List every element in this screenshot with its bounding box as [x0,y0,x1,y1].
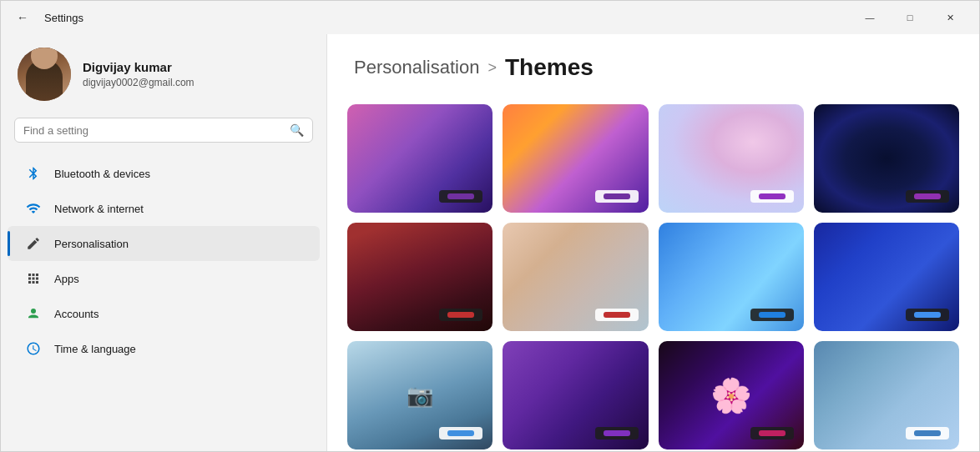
theme-card-t7[interactable] [659,223,804,331]
main-layout: Digvijay kumar digvijay0002@gmail.com 🔍 … [1,34,979,451]
theme-accent-bar [447,312,474,318]
svg-point-0 [31,309,36,314]
themes-grid: 📷🌸 [347,104,959,449]
search-section: 🔍 [1,118,326,156]
breadcrumb-separator: > [487,59,497,77]
sidebar-item-network[interactable]: Network & internet [8,191,320,226]
theme-card-t3[interactable] [659,104,804,213]
search-box[interactable]: 🔍 [14,118,313,143]
sidebar-item-label-network: Network & internet [54,203,144,215]
theme-accent-bar [447,193,474,199]
sidebar-item-bluetooth[interactable]: Bluetooth & devices [8,156,320,191]
theme-accent-bar [914,193,941,199]
avatar [18,48,71,101]
theme-card-t2[interactable] [503,104,648,213]
close-button[interactable]: ✕ [931,4,969,31]
theme-preview-t10 [595,427,639,439]
theme-preview-t6 [595,309,639,321]
sidebar-item-label-apps: Apps [54,273,79,285]
sidebar-item-personalisation[interactable]: Personalisation [8,226,320,261]
theme-preview-t8 [906,309,949,321]
theme-accent-bar [604,430,630,436]
breadcrumb-current: Themes [505,54,594,81]
theme-card-t1[interactable] [347,104,493,213]
nav-list: Bluetooth & devices Network & internet P… [1,156,326,366]
titlebar: ← Settings — □ ✕ [1,1,979,34]
personalisation-icon [24,234,43,253]
minimize-button[interactable]: — [851,4,889,31]
time-icon [24,339,43,358]
breadcrumb: Personalisation > Themes [354,54,952,81]
theme-preview-t2 [595,190,639,203]
theme-card-t6[interactable] [503,223,648,331]
theme-accent-bar [914,312,941,318]
theme-preview-t5 [439,309,482,321]
themes-container: 📷🌸 [327,98,979,451]
maximize-button[interactable]: □ [891,4,929,31]
settings-window: ← Settings — □ ✕ Digvijay kuma [0,0,980,452]
camera-icon: 📷 [407,383,433,409]
sidebar-item-accounts[interactable]: Accounts [8,296,320,331]
network-icon [24,199,43,218]
theme-preview-t3 [750,190,794,203]
theme-accent-bar [604,312,630,318]
sidebar-item-label-bluetooth: Bluetooth & devices [54,168,150,180]
theme-accent-bar [759,193,786,199]
sidebar-item-label-time: Time & language [54,343,136,355]
theme-card-t5[interactable] [347,223,493,331]
theme-card-t9[interactable]: 📷 [347,341,493,449]
user-name: Digvijay kumar [83,60,194,74]
sidebar-item-apps[interactable]: Apps [8,261,320,296]
theme-preview-t9 [439,427,482,439]
theme-card-t11[interactable]: 🌸 [659,341,804,449]
theme-accent-bar [447,430,474,436]
breadcrumb-parent: Personalisation [354,57,479,78]
content-area: Personalisation > Themes 📷🌸 [326,34,979,451]
sidebar-item-time[interactable]: Time & language [8,331,320,366]
theme-card-t4[interactable] [814,104,959,213]
content-header: Personalisation > Themes [327,34,979,98]
back-button[interactable]: ← [11,6,34,29]
theme-preview-t7 [750,309,794,321]
user-profile[interactable]: Digvijay kumar digvijay0002@gmail.com [1,34,326,118]
sidebar: Digvijay kumar digvijay0002@gmail.com 🔍 … [1,34,326,451]
user-info: Digvijay kumar digvijay0002@gmail.com [83,60,194,88]
accounts-icon [24,304,43,323]
theme-card-t12[interactable] [814,341,959,449]
theme-accent-bar [914,430,941,436]
theme-preview-t12 [906,427,949,439]
theme-accent-bar [604,193,630,199]
theme-card-t8[interactable] [814,223,959,331]
window-controls: — □ ✕ [851,4,969,31]
sidebar-item-label-accounts: Accounts [54,308,99,320]
sidebar-item-label-personalisation: Personalisation [54,238,129,250]
theme-accent-bar [759,430,786,436]
theme-preview-t1 [439,190,482,203]
user-email: digvijay0002@gmail.com [83,77,194,88]
search-input[interactable] [23,124,283,137]
search-icon: 🔍 [290,123,304,137]
window-title: Settings [44,12,83,24]
flower-icon: 🌸 [710,376,752,415]
bluetooth-icon [24,164,43,183]
theme-accent-bar [759,312,786,318]
theme-preview-t11 [750,427,794,439]
theme-preview-t4 [906,190,949,203]
theme-card-t10[interactable] [503,341,648,449]
apps-icon [24,269,43,288]
